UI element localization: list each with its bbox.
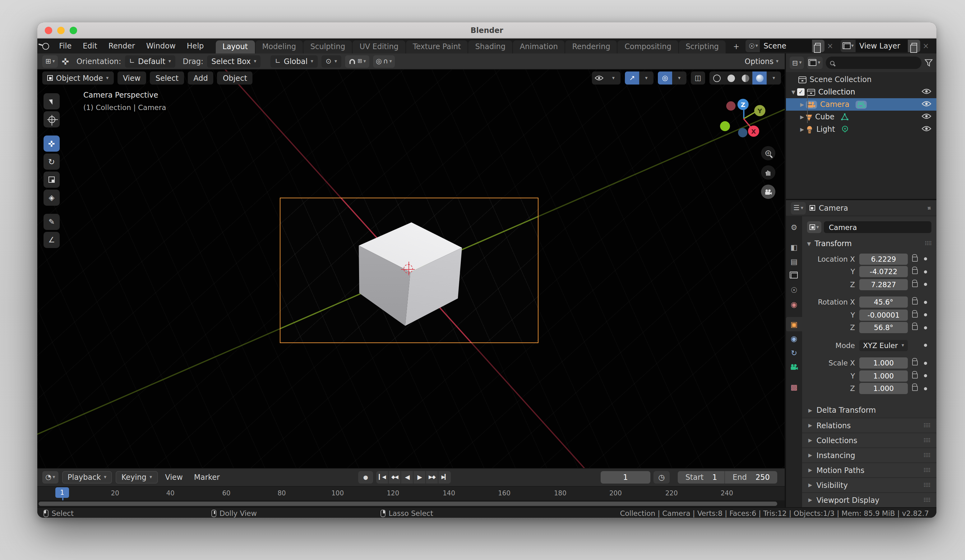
animate-dot[interactable]: [924, 270, 927, 273]
panel-delta-transform[interactable]: ▶Delta Transform: [802, 403, 936, 418]
lock-icon[interactable]: [912, 361, 918, 366]
shading-wireframe-button[interactable]: [710, 72, 724, 85]
viewport-menu-add[interactable]: Add: [188, 72, 213, 85]
tool-rotate[interactable]: ↻: [44, 153, 60, 170]
tool-annotate[interactable]: ✎: [44, 214, 60, 230]
tab-shading[interactable]: Shading: [468, 41, 513, 54]
gizmo-axis-x-neg[interactable]: [726, 101, 736, 111]
shading-options-dropdown[interactable]: ▾: [767, 72, 781, 85]
new-view-layer-button[interactable]: [908, 40, 920, 52]
hide-camera-eye-icon[interactable]: [921, 101, 931, 107]
outliner-row-light[interactable]: ▶ Light: [786, 123, 936, 136]
tab-sculpting[interactable]: Sculpting: [303, 41, 352, 54]
tab-scene[interactable]: ☉: [786, 283, 802, 297]
gizmo-axis-x[interactable]: X: [748, 126, 759, 137]
snap-magnet-icon[interactable]: [350, 59, 355, 64]
tab-animation[interactable]: Animation: [513, 41, 564, 54]
panel-instancing[interactable]: ▶Instancing⠿⠿: [802, 447, 936, 462]
shading-solid-button[interactable]: [724, 72, 738, 85]
hide-cube-eye-icon[interactable]: [921, 113, 931, 119]
menu-help[interactable]: Help: [181, 39, 209, 54]
rotation-mode-dropdown[interactable]: XYZ Euler▾: [859, 340, 908, 351]
proportional-editing-group[interactable]: ◎∩▾: [373, 55, 395, 67]
scene-name[interactable]: Scene: [760, 40, 812, 52]
view-layer-selector[interactable]: ▾ View Layer ×: [841, 40, 931, 52]
tool-select-tweak[interactable]: [44, 93, 60, 109]
drag-dropdown[interactable]: Select Box▾: [207, 55, 260, 67]
value-field[interactable]: 1.000: [859, 383, 908, 394]
outliner-row-collection[interactable]: ▼ ✓ Collection: [786, 86, 936, 98]
next-keyframe-button[interactable]: ▶◆: [426, 471, 438, 483]
menu-window[interactable]: Window: [141, 39, 181, 54]
animate-dot[interactable]: [924, 283, 927, 286]
play-reverse-button[interactable]: ◀: [401, 471, 414, 483]
tab-texture-paint[interactable]: Texture Paint: [406, 41, 468, 54]
prev-keyframe-button[interactable]: ◆◀: [389, 471, 401, 483]
gizmo-axis-z[interactable]: Z: [738, 99, 749, 110]
value-field[interactable]: 1.000: [859, 358, 908, 369]
blender-logo-icon[interactable]: [37, 39, 54, 54]
view-layer-icon[interactable]: ▾: [841, 40, 855, 52]
viewport-menu-view[interactable]: View: [117, 72, 146, 85]
lock-icon[interactable]: [912, 256, 918, 261]
timeline-scrollbar-thumb[interactable]: [39, 501, 777, 506]
menu-edit[interactable]: Edit: [77, 39, 103, 54]
value-field[interactable]: 7.2827: [859, 279, 908, 290]
editor-type-button[interactable]: ⊞▾: [42, 55, 58, 67]
end-frame-field[interactable]: End250: [725, 471, 777, 483]
tab-object[interactable]: ▣: [786, 317, 802, 331]
shading-material-button[interactable]: [738, 72, 752, 85]
tab-constraints[interactable]: ↻: [786, 346, 802, 360]
transform-panel-header[interactable]: ▼ Transform ⠿⠿: [807, 239, 931, 248]
lock-icon[interactable]: [912, 325, 918, 330]
viewport-3d[interactable]: Object Mode▾ View Select Add Object ▾ ↗▾…: [37, 70, 785, 468]
lock-icon[interactable]: [912, 312, 918, 317]
pin-icon[interactable]: ⌖: [925, 203, 934, 212]
xray-toggle[interactable]: ◫: [691, 72, 705, 85]
mode-dropdown[interactable]: Object Mode▾: [42, 72, 113, 85]
close-window-button[interactable]: [45, 27, 52, 34]
timeline-marker-menu[interactable]: Marker: [190, 473, 224, 482]
value-field[interactable]: 56.8°: [859, 322, 908, 333]
cube-object[interactable]: [359, 221, 462, 327]
visibility-dropdown[interactable]: ▾: [592, 72, 620, 85]
navigation-gizmo[interactable]: Z Y X: [715, 95, 774, 144]
transform-orientation-dropdown[interactable]: ∟Global▾: [270, 55, 317, 67]
outliner-row-scene-collection[interactable]: Scene Collection: [786, 73, 936, 86]
tab-texture[interactable]: ▩: [786, 380, 802, 394]
animate-dot[interactable]: [924, 300, 927, 304]
zoom-view-button[interactable]: +: [761, 146, 775, 160]
timeline-editor-type-button[interactable]: ◔▾: [42, 471, 58, 483]
current-frame-field[interactable]: 1: [601, 471, 650, 483]
object-name-field[interactable]: Camera: [824, 221, 931, 233]
outliner-display-mode-button[interactable]: ▾: [807, 57, 823, 69]
tool-transform[interactable]: ◈: [44, 189, 60, 206]
panel-relations[interactable]: ▶Relations⠿⠿: [802, 418, 936, 433]
lock-icon[interactable]: [912, 269, 918, 274]
hide-collection-eye-icon[interactable]: [921, 88, 931, 95]
play-button[interactable]: ▶: [414, 471, 426, 483]
overlays-toggle[interactable]: ◎▾: [658, 72, 687, 85]
tab-tool[interactable]: ⚙: [786, 220, 802, 234]
filter-icon[interactable]: [924, 59, 933, 67]
value-field[interactable]: 1.000: [859, 370, 908, 381]
animate-dot[interactable]: [924, 326, 927, 329]
lock-icon[interactable]: [912, 282, 918, 287]
animate-dot[interactable]: [924, 387, 927, 390]
gizmo-axis-y[interactable]: Y: [754, 105, 765, 116]
disclosure-triangle[interactable]: ▶: [798, 101, 806, 107]
disclosure-triangle[interactable]: ▼: [790, 89, 797, 95]
tab-rendering[interactable]: Rendering: [565, 41, 617, 54]
animate-dot[interactable]: [924, 361, 927, 364]
animate-dot[interactable]: [924, 313, 927, 316]
gizmo-axis-y-neg[interactable]: [720, 121, 730, 131]
options-dropdown[interactable]: Options▾: [744, 57, 779, 65]
disclosure-triangle[interactable]: ▶: [798, 126, 806, 132]
tab-object-data[interactable]: [786, 360, 802, 374]
menu-file[interactable]: File: [54, 39, 77, 54]
tab-uv-editing[interactable]: UV Editing: [353, 41, 405, 54]
pivot-point-dropdown[interactable]: ⊙▾: [321, 55, 341, 67]
lock-icon[interactable]: [912, 300, 918, 305]
viewport-menu-object[interactable]: Object: [217, 72, 253, 85]
panel-motion-paths[interactable]: ▶Motion Paths⠿⠿: [802, 462, 936, 477]
